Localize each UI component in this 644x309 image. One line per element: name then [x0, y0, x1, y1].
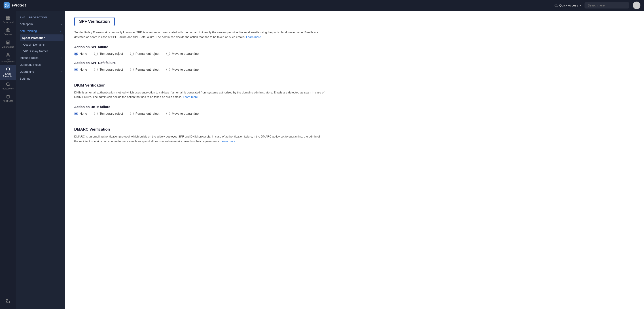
- dkim-failure-quarantine[interactable]: Move to quarantine: [166, 112, 198, 115]
- chevron-right-icon-3: ›: [61, 70, 62, 73]
- app-logo: eProtect: [4, 2, 26, 8]
- dkim-failure-perm-reject[interactable]: Permanent reject: [130, 112, 160, 115]
- spf-failure-title: Action on SPF failure: [74, 45, 325, 49]
- spf-failure-none[interactable]: None: [74, 52, 87, 56]
- anti-phishing-label: Anti-Phishing: [20, 29, 37, 33]
- spf-title: SPF Verification: [79, 19, 110, 24]
- topbar: eProtect Quick Access ▾: [0, 0, 644, 11]
- search-icon: [554, 4, 558, 7]
- quarantine-label: Quarantine: [20, 70, 34, 73]
- content-area: SPF Verification Sender Policy Framework…: [65, 11, 334, 156]
- svg-rect-3: [8, 16, 10, 18]
- anti-spam-label: Anti-spam: [20, 22, 33, 26]
- collapse-nav-button[interactable]: [4, 296, 12, 306]
- chevron-down-icon: ⌄: [60, 30, 62, 33]
- globe-icon: [6, 28, 10, 32]
- topbar-right: Quick Access ▾: [554, 2, 640, 9]
- sidebar-item-spoof-protection[interactable]: Spoof Protection: [20, 34, 64, 41]
- sidebar-item-organization[interactable]: Organization: [0, 38, 16, 50]
- spf-failure-block: Action on SPF failure None Temporary rej…: [74, 45, 325, 56]
- spf-soft-perm-reject[interactable]: Permanent reject: [130, 68, 160, 71]
- settings-label: Settings: [20, 77, 30, 80]
- spf-soft-temp-radio[interactable]: [94, 68, 98, 71]
- spf-soft-perm-radio[interactable]: [130, 68, 134, 71]
- sidebar-item-user-management[interactable]: User Management: [0, 50, 16, 65]
- spf-failure-perm-radio[interactable]: [130, 52, 134, 56]
- spf-header-box: SPF Verification: [74, 17, 115, 26]
- organization-label: Organization: [2, 46, 14, 48]
- grid-icon: [6, 16, 10, 20]
- dmarc-title: DMARC Verification: [74, 127, 325, 132]
- spf-failure-perm-reject[interactable]: Permanent reject: [130, 52, 160, 56]
- sidebar-item-audit-logs[interactable]: Audit Logs: [0, 92, 16, 104]
- spf-failure-temp-reject[interactable]: Temporary reject: [94, 52, 123, 56]
- spf-failure-quarantine-radio[interactable]: [166, 52, 170, 56]
- spf-failure-radio-group: None Temporary reject Permanent reject M…: [74, 52, 325, 56]
- dkim-failure-temp-radio[interactable]: [94, 112, 98, 115]
- spf-soft-failure-block: Action on SPF Soft failure None Temporar…: [74, 61, 325, 71]
- svg-point-9: [6, 83, 10, 86]
- svg-rect-4: [6, 18, 8, 20]
- dkim-learn-more-link[interactable]: Learn more: [183, 95, 198, 98]
- outbound-rules-label: Outbound Rules: [20, 63, 41, 66]
- spf-failure-temp-radio[interactable]: [94, 52, 98, 56]
- search-input[interactable]: [584, 2, 629, 8]
- icon-nav: Dashboard Domains Organization User Mana…: [0, 0, 16, 309]
- cousin-domains-label: Cousin Domains: [23, 43, 44, 46]
- dkim-failure-none-radio[interactable]: [74, 112, 78, 115]
- sidebar-item-email-protection[interactable]: Email Protection: [0, 65, 16, 80]
- app-name: eProtect: [12, 3, 26, 8]
- sidebar-item-quarantine[interactable]: Quarantine ›: [16, 68, 65, 75]
- sidebar-item-settings[interactable]: Settings: [16, 75, 65, 82]
- sidebar-item-anti-phishing[interactable]: Anti-Phishing ⌄: [16, 28, 65, 34]
- audit-logs-label: Audit Logs: [3, 100, 13, 102]
- avatar[interactable]: [633, 2, 640, 9]
- sidebar-item-anti-spam[interactable]: Anti-spam ›: [16, 20, 65, 28]
- spf-learn-more-link[interactable]: Learn more: [246, 35, 261, 39]
- dmarc-learn-more-link[interactable]: Learn more: [220, 140, 235, 143]
- quick-access-button[interactable]: Quick Access ▾: [554, 4, 581, 7]
- logo-icon: [4, 2, 10, 8]
- chevron-right-icon: ›: [61, 22, 62, 26]
- sidebar-item-outbound-rules[interactable]: Outbound Rules: [16, 61, 65, 68]
- quick-access-label: Quick Access: [559, 4, 578, 7]
- user-management-label: User Management: [2, 58, 14, 63]
- sidebar-item-domains[interactable]: Domains: [0, 26, 16, 38]
- svg-point-8: [8, 53, 9, 55]
- spf-soft-failure-radio-group: None Temporary reject Permanent reject M…: [74, 68, 325, 71]
- divider-2: [74, 121, 325, 121]
- spf-soft-temp-reject[interactable]: Temporary reject: [94, 68, 123, 71]
- sidebar-item-inbound-rules[interactable]: Inbound Rules ›: [16, 54, 65, 61]
- sidebar-item-vip-display-names[interactable]: VIP Display Names: [18, 48, 65, 54]
- dkim-failure-quarantine-radio[interactable]: [166, 112, 170, 115]
- ediscovery-icon: [6, 82, 10, 86]
- collapse-icon: [6, 299, 10, 303]
- spoof-protection-label: Spoof Protection: [22, 36, 46, 40]
- building-icon: [6, 40, 10, 45]
- dmarc-block: DMARC Verification DMARC is an email aut…: [74, 127, 325, 144]
- dkim-failure-none[interactable]: None: [74, 112, 87, 115]
- chevron-down-icon: ▾: [580, 4, 581, 7]
- icon-nav-bottom: [4, 296, 12, 306]
- sidebar: EMAIL PROTECTION Anti-spam › Anti-Phishi…: [16, 11, 65, 309]
- sidebar-item-cousin-domains[interactable]: Cousin Domains: [18, 41, 65, 48]
- svg-rect-5: [8, 18, 10, 20]
- spf-soft-none[interactable]: None: [74, 68, 87, 71]
- vip-display-names-label: VIP Display Names: [23, 50, 48, 53]
- dkim-failure-perm-radio[interactable]: [130, 112, 134, 115]
- dashboard-label: Dashboard: [3, 21, 14, 24]
- sidebar-item-ediscovery[interactable]: eDiscovery: [0, 80, 16, 92]
- dkim-failure-temp-reject[interactable]: Temporary reject: [94, 112, 123, 115]
- spf-failure-quarantine[interactable]: Move to quarantine: [166, 52, 198, 56]
- dkim-block: DKIM Verification DKIM is an email authe…: [74, 83, 325, 116]
- svg-rect-2: [6, 16, 8, 18]
- sidebar-section-title: EMAIL PROTECTION: [16, 14, 65, 20]
- divider-1: [74, 77, 325, 77]
- spf-soft-quarantine[interactable]: Move to quarantine: [166, 68, 198, 71]
- sidebar-item-dashboard[interactable]: Dashboard: [0, 14, 16, 26]
- spf-soft-none-radio[interactable]: [74, 68, 78, 71]
- dmarc-description: DMARC is an email authentication protoco…: [74, 134, 325, 144]
- dkim-description: DKIM is an email authentication method w…: [74, 90, 325, 100]
- spf-soft-quarantine-radio[interactable]: [166, 68, 170, 71]
- spf-failure-none-radio[interactable]: [74, 52, 78, 56]
